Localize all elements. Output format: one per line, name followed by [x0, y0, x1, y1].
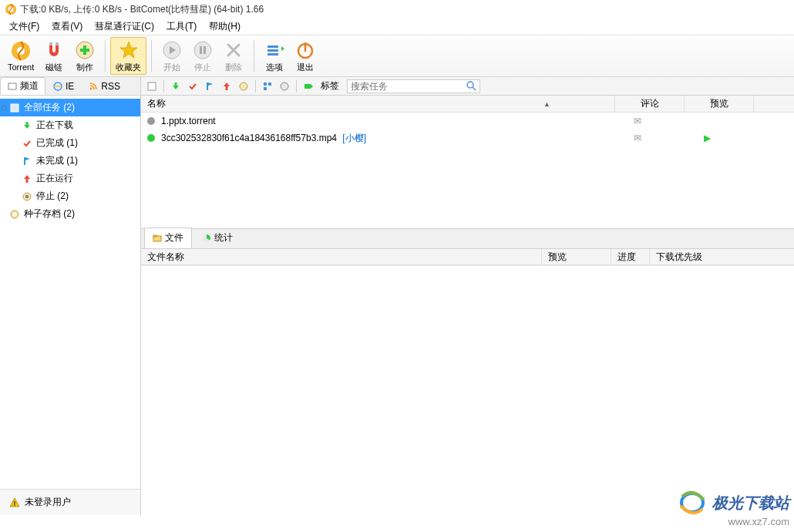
login-status[interactable]: ! 未登录用户	[6, 493, 134, 512]
svg-rect-8	[80, 49, 89, 52]
tab-ie[interactable]: IE	[45, 77, 81, 95]
warning-icon: !	[9, 497, 20, 508]
menu-file[interactable]: 文件(F)	[3, 19, 45, 35]
main-area: 频道 IE RSS □ 全部任务 (2) 正在下载 已	[0, 77, 794, 515]
comment-icon[interactable]: ✉	[603, 116, 672, 126]
main-toolbar: Torrent 磁链 制作 收藏夹 开始 停止 删除 选项 退出	[0, 35, 794, 77]
svg-rect-22	[8, 83, 16, 89]
title-bar: 下载:0 KB/s, 上传:0 KB/s - BitComet(比特彗星) (6…	[0, 0, 794, 19]
filter-tree-icon[interactable]	[260, 79, 275, 94]
tree-downloading[interactable]: 正在下载	[0, 116, 140, 134]
magnet-icon	[43, 39, 65, 61]
detail-tabs: 文件 统计	[141, 228, 794, 248]
col-comment[interactable]: 评论	[615, 96, 685, 112]
tab-files[interactable]: 文件	[144, 227, 192, 248]
svg-marker-26	[24, 122, 30, 129]
magnet-button[interactable]: 磁链	[39, 37, 69, 75]
start-button[interactable]: 开始	[156, 37, 187, 75]
menu-bar: 文件(F) 查看(V) 彗星通行证(C) 工具(T) 帮助(H)	[0, 19, 794, 35]
tree-active[interactable]: 正在运行	[0, 170, 140, 187]
tree-done[interactable]: 已完成 (1)	[0, 134, 140, 152]
task-link[interactable]: [小樱]	[342, 133, 366, 143]
svg-rect-42	[264, 82, 267, 86]
filter-check-icon[interactable]	[185, 79, 200, 94]
seed-icon	[9, 209, 20, 220]
svg-line-49	[473, 87, 476, 90]
running-icon	[22, 173, 32, 184]
tree-undone[interactable]: 未完成 (1)	[0, 152, 140, 170]
svg-marker-39	[208, 82, 213, 86]
task-row[interactable]: 3cc302532830f61c4a18436168ff57b3.mp4 [小樱…	[141, 130, 794, 146]
torrent-button[interactable]: Torrent	[3, 37, 39, 75]
star-icon	[118, 39, 140, 61]
menu-help[interactable]: 帮助(H)	[203, 19, 247, 35]
task-row[interactable]: 1.pptx.torrent ✉	[141, 113, 794, 130]
list-icon	[9, 103, 20, 113]
labels-text[interactable]: 标签	[318, 79, 342, 93]
comment-icon[interactable]: ✉	[603, 133, 672, 143]
filter-up-icon[interactable]	[219, 79, 234, 94]
play-icon	[161, 39, 183, 61]
svg-rect-17	[267, 49, 278, 52]
filter-stop-icon[interactable]	[236, 79, 251, 94]
sidebar-status: ! 未登录用户	[0, 489, 140, 515]
tab-rss[interactable]: RSS	[81, 77, 127, 95]
svg-marker-29	[24, 175, 30, 183]
flag-icon	[22, 156, 32, 167]
delete-button[interactable]: 删除	[218, 37, 249, 75]
options-button[interactable]: 选项	[259, 37, 290, 75]
search-box[interactable]	[347, 79, 480, 93]
col-preview[interactable]: 预览	[685, 96, 754, 112]
filter-all-icon[interactable]	[277, 79, 292, 94]
filter-tag-icon[interactable]	[301, 79, 316, 94]
dh-progress[interactable]: 进度	[611, 249, 650, 264]
svg-marker-40	[224, 82, 230, 90]
tree-stopped[interactable]: 停止 (2)	[0, 187, 140, 205]
tree-all-tasks[interactable]: □ 全部任务 (2)	[0, 99, 140, 116]
tab-channel[interactable]: 频道	[0, 77, 45, 95]
tab-stats[interactable]: 统计	[193, 227, 241, 248]
menu-view[interactable]: 查看(V)	[45, 19, 89, 35]
stop-icon	[22, 191, 32, 202]
svg-marker-37	[173, 82, 179, 89]
menu-passport[interactable]: 彗星通行证(C)	[89, 19, 160, 35]
svg-rect-51	[153, 235, 156, 237]
filter-flag-icon[interactable]	[202, 79, 217, 94]
collapse-icon[interactable]: □	[2, 103, 6, 112]
search-input[interactable]	[351, 81, 466, 92]
svg-point-24	[90, 87, 93, 89]
menu-tools[interactable]: 工具(T)	[160, 19, 203, 35]
task-name: 3cc302532830f61c4a18436168ff57b3.mp4 [小樱…	[161, 132, 603, 145]
dh-preview[interactable]: 预览	[542, 249, 611, 264]
make-icon	[74, 39, 96, 61]
svg-rect-25	[11, 104, 19, 112]
filter-new-icon[interactable]	[144, 79, 160, 94]
svg-rect-4	[49, 42, 52, 45]
svg-rect-44	[264, 87, 267, 90]
stop-button[interactable]: 停止	[187, 37, 218, 75]
options-icon	[264, 39, 285, 61]
tree-seeds[interactable]: 种子存档 (2)	[0, 205, 140, 223]
right-pane: 标签 名称 评论 预览 ▲ 1.pptx.torrent ✉	[140, 77, 794, 515]
svg-rect-46	[304, 84, 311, 89]
task-name: 1.pptx.torrent	[161, 116, 603, 126]
dh-priority[interactable]: 下载优先级	[650, 249, 794, 264]
svg-point-11	[194, 42, 211, 59]
svg-rect-13	[204, 46, 206, 54]
filter-bar: 标签	[141, 77, 794, 96]
svg-rect-16	[267, 45, 278, 48]
watermark-url: www.xz7.com	[677, 516, 789, 527]
preview-play-icon[interactable]: ▶	[672, 133, 742, 143]
exit-button[interactable]: 退出	[290, 37, 321, 75]
make-button[interactable]: 制作	[69, 37, 100, 75]
dh-filename[interactable]: 文件名称	[141, 249, 542, 264]
svg-rect-43	[268, 82, 271, 86]
svg-point-48	[467, 82, 473, 88]
svg-text:!: !	[14, 500, 16, 507]
svg-rect-31	[25, 195, 29, 198]
favorites-button[interactable]: 收藏夹	[110, 37, 146, 75]
search-icon[interactable]	[466, 81, 476, 91]
sort-indicator-icon: ▲	[543, 100, 550, 108]
filter-download-icon[interactable]	[168, 79, 183, 94]
app-icon	[5, 3, 17, 15]
